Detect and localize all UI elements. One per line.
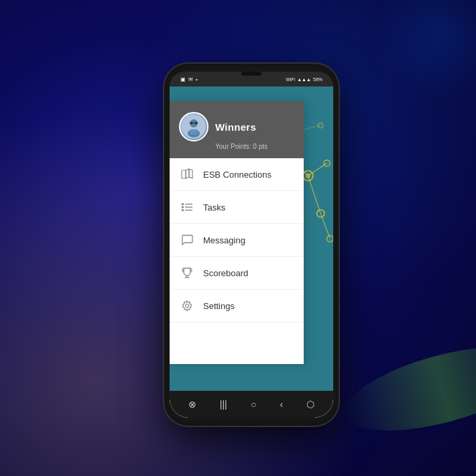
svg-point-32 [186,304,189,308]
menu-label-scoreboard: Scoreboard [203,268,248,278]
svg-marker-22 [186,169,189,178]
nav-back-button[interactable]: ⊗ [188,399,196,410]
svg-rect-18 [190,122,193,124]
signal-icon: ▲▲▲ [297,77,311,82]
menu-item-messaging[interactable]: Messaging [170,224,304,257]
svg-rect-31 [185,277,190,278]
status-left: ▣ ✉ • [180,76,198,82]
avatar [179,112,209,141]
phone-body: ▣ ✉ • WiFi ▲▲▲ 58% [164,64,339,426]
avatar-image [182,115,206,139]
phone-notch [241,72,261,76]
svg-rect-17 [190,129,198,135]
status-right: WiFi ▲▲▲ 58% [286,77,322,82]
chat-icon [180,233,194,247]
menu-label-settings: Settings [203,301,235,311]
menu-items-list: ESB Connections [170,158,304,364]
menu-label-esb: ESB Connections [203,170,272,180]
menu-item-scoreboard[interactable]: Scoreboard [170,257,304,290]
svg-rect-21 [182,170,186,178]
user-points: Your Points: 0 pts [215,143,267,150]
list-icon [180,200,194,214]
nav-recents-button[interactable]: ||| [220,399,227,410]
map-icon [180,168,194,181]
email-icon: ✉ [188,76,193,82]
wifi-icon: WiFi [286,77,295,82]
nav-app-button[interactable]: ⬡ [306,399,314,410]
menu-item-tasks[interactable]: Tasks [170,191,304,224]
svg-rect-24 [182,203,184,205]
nav-home-button[interactable]: ○ [251,399,256,410]
svg-point-12 [318,123,323,128]
svg-line-1 [308,176,320,213]
main-content: Winners Your Points: 0 pts [170,86,333,391]
dot-indicator: • [196,76,198,82]
user-name: Winners [215,121,256,133]
svg-point-8 [306,173,311,178]
drawer-menu: Winners Your Points: 0 pts [170,101,304,364]
scene: ▣ ✉ • WiFi ▲▲▲ 58% [0,0,476,476]
phone-device: ▣ ✉ • WiFi ▲▲▲ 58% [164,64,339,426]
phone-screen: Winners Your Points: 0 pts [170,86,333,418]
bottom-navigation: ⊗ ||| ○ ‹ ⬡ [170,391,333,418]
carrier-icon: ▣ [180,76,186,82]
user-info-row: Winners [179,112,256,141]
menu-label-tasks: Tasks [203,202,225,213]
svg-rect-19 [194,122,198,124]
nav-back-arrow[interactable]: ‹ [280,399,284,410]
menu-item-esb-connections[interactable]: ESB Connections [170,158,304,191]
svg-marker-23 [189,169,192,178]
menu-label-messaging: Messaging [203,235,245,245]
gear-icon [180,299,194,312]
trophy-icon [180,266,194,280]
menu-item-settings[interactable]: Settings [170,290,304,322]
svg-rect-28 [182,209,184,211]
drawer-header: Winners Your Points: 0 pts [170,101,304,158]
svg-rect-26 [182,206,184,209]
battery-level: 58% [313,77,322,82]
